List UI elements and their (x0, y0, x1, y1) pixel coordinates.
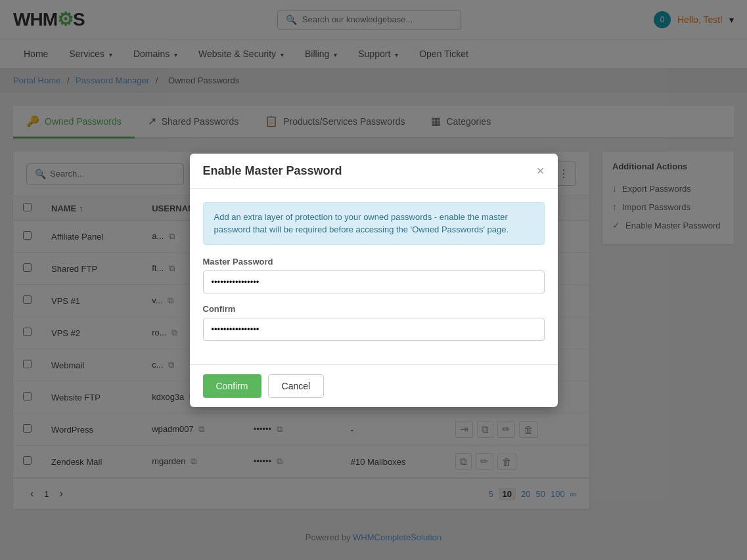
master-password-label: Master Password (203, 257, 545, 267)
confirm-password-input[interactable] (203, 318, 545, 341)
confirm-password-label: Confirm (203, 304, 545, 314)
modal-cancel-button[interactable]: Cancel (268, 374, 325, 398)
modal-info-box: Add an extra layer of protection to your… (203, 202, 545, 245)
modal-title: Enable Master Password (203, 164, 342, 178)
modal-footer: Confirm Cancel (190, 364, 558, 407)
confirm-password-group: Confirm (203, 304, 545, 341)
modal-confirm-button[interactable]: Confirm (203, 374, 261, 398)
modal-overlay[interactable]: Enable Master Password × Add an extra la… (0, 0, 747, 553)
enable-master-password-modal: Enable Master Password × Add an extra la… (190, 154, 558, 407)
master-password-input[interactable] (203, 270, 545, 293)
modal-close-button[interactable]: × (537, 164, 545, 177)
modal-header: Enable Master Password × (190, 154, 558, 189)
master-password-group: Master Password (203, 257, 545, 293)
modal-body: Add an extra layer of protection to your… (190, 189, 558, 364)
